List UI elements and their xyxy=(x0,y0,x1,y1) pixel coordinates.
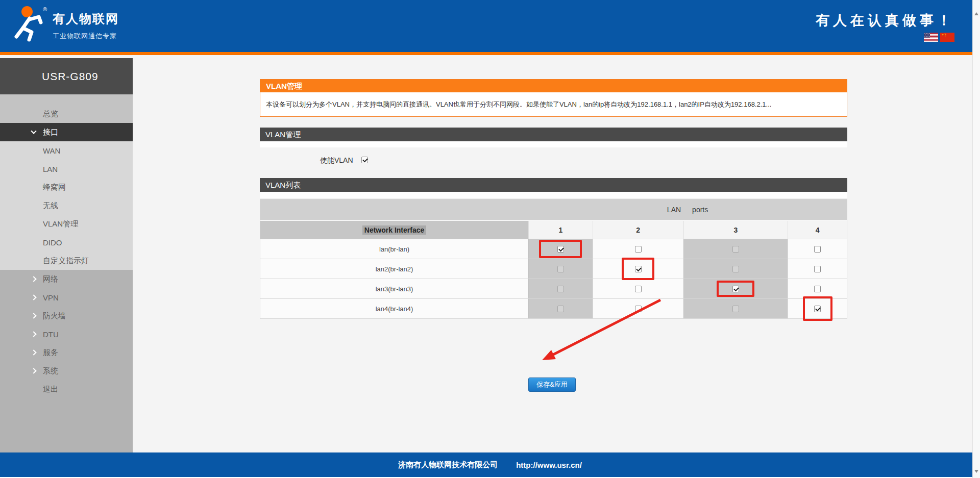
sidebar-item-label: VLAN管理 xyxy=(43,219,78,229)
lan-label: LAN xyxy=(667,206,681,214)
interface-name-cell: lan(br-lan) xyxy=(260,239,528,259)
sidebar-item-cellular[interactable]: 蜂窝网 xyxy=(0,178,133,196)
port-cell xyxy=(683,279,788,298)
port-cell xyxy=(593,259,683,279)
port-checkbox-lan-4[interactable] xyxy=(814,246,821,253)
port-cell xyxy=(528,279,593,298)
sidebar-item-overview[interactable]: 总览 xyxy=(0,105,133,123)
router-admin-page: ® 有人物联网 工业物联网通信专家 有人在认真做事！ xyxy=(0,0,980,478)
enable-vlan-checkbox[interactable] xyxy=(361,157,368,163)
main-area: VLAN管理 本设备可以划分为多个VLAN，并支持电脑间的直接通讯。VLAN也常… xyxy=(133,58,972,452)
sidebar-item-wan[interactable]: WAN xyxy=(0,141,133,160)
port-checkbox-lan4-1[interactable] xyxy=(557,306,564,312)
section-strip xyxy=(260,192,847,198)
scroll-down-icon[interactable] xyxy=(974,470,978,473)
sidebar-item-custom-led[interactable]: 自定义指示灯 xyxy=(0,251,133,270)
scroll-up-icon[interactable] xyxy=(974,12,978,15)
sidebar-item-firewall[interactable]: 防火墙 xyxy=(0,307,133,325)
table-row-lan2: lan2(br-lan2) xyxy=(260,259,847,279)
sidebar-item-label: 总览 xyxy=(43,109,58,119)
sidebar-item-label: LAN xyxy=(43,165,58,173)
port-checkbox-lan3-2[interactable] xyxy=(635,286,642,292)
chevron-down-icon xyxy=(31,128,36,134)
chevron-right-icon xyxy=(31,368,36,373)
vlan-list-section-bar: VLAN列表 xyxy=(260,178,847,192)
interface-name-cell: lan3(br-lan3) xyxy=(260,279,528,298)
brand-subtitle: 工业物联网通信专家 xyxy=(53,32,119,41)
content-column: VLAN管理 本设备可以划分为多个VLAN，并支持电脑间的直接通讯。VLAN也常… xyxy=(260,79,847,319)
port-checkbox-lan2-1[interactable] xyxy=(557,266,564,272)
sidebar-item-network[interactable]: 网络 xyxy=(0,270,133,288)
port-checkbox-lan-2[interactable] xyxy=(635,246,642,253)
page-scrollbar[interactable] xyxy=(972,0,980,478)
sidebar-item-dido[interactable]: DIDO xyxy=(0,233,133,251)
footer: 济南有人物联网技术有限公司 http://www.usr.cn/ xyxy=(0,452,980,477)
sidebar-section-selected: 接口 xyxy=(0,123,133,141)
sidebar-menu: 总览接口WANLAN蜂窝网无线VLAN管理DIDO自定义指示灯网络VPN防火墙D… xyxy=(0,94,133,452)
sidebar-item-label: 服务 xyxy=(43,348,58,358)
sidebar-item-label: 系统 xyxy=(43,366,58,376)
cn-flag-icon[interactable] xyxy=(940,33,954,42)
sidebar-item-label: 自定义指示灯 xyxy=(43,256,89,266)
slogan-text: 有人在认真做事！ xyxy=(816,11,954,30)
interface-name-cell: lan2(br-lan2) xyxy=(260,259,528,279)
usr-logo-icon: ® xyxy=(11,5,52,45)
sidebar-item-system[interactable]: 系统 xyxy=(0,362,133,380)
port-checkbox-lan4-3[interactable] xyxy=(732,306,739,312)
port-cell xyxy=(593,299,683,318)
sidebar-section-top: 总览 xyxy=(0,94,133,123)
port-cell xyxy=(788,239,847,259)
sidebar-item-logout[interactable]: 退出 xyxy=(0,380,133,398)
sidebar-item-label: 退出 xyxy=(43,385,58,394)
sidebar-item-interface[interactable]: 接口 xyxy=(0,123,133,141)
chevron-right-icon xyxy=(31,349,36,355)
sidebar-item-label: 防火墙 xyxy=(43,311,66,321)
us-flag-icon[interactable] xyxy=(924,33,938,42)
sidebar-item-vlan[interactable]: VLAN管理 xyxy=(0,215,133,233)
sidebar-item-lan[interactable]: LAN xyxy=(0,160,133,178)
vlan-manage-section-bar: VLAN管理 xyxy=(260,128,847,141)
chevron-right-icon xyxy=(31,331,36,337)
port-checkbox-lan3-4[interactable] xyxy=(814,286,821,292)
port-checkbox-lan2-3[interactable] xyxy=(732,266,739,272)
port-cell xyxy=(683,299,788,318)
sidebar: USR-G809 总览接口WANLAN蜂窝网无线VLAN管理DIDO自定义指示灯… xyxy=(0,58,133,452)
port-cell xyxy=(593,239,683,259)
port-checkbox-lan-1[interactable] xyxy=(557,246,564,253)
footer-company: 济南有人物联网技术有限公司 xyxy=(398,460,498,470)
vlan-table: LAN ports Network Interface 1234 lan(br-… xyxy=(260,199,847,319)
port-cell xyxy=(528,239,593,259)
save-apply-button[interactable]: 保存&应用 xyxy=(528,378,576,392)
port-checkbox-lan4-2[interactable] xyxy=(635,306,642,312)
sidebar-item-wireless[interactable]: 无线 xyxy=(0,196,133,215)
sidebar-item-label: 接口 xyxy=(43,128,58,137)
port-cell xyxy=(593,279,683,298)
sidebar-section-sub: WANLAN蜂窝网无线VLAN管理DIDO自定义指示灯 xyxy=(0,141,133,270)
chevron-right-icon xyxy=(31,294,36,300)
port-checkbox-lan3-3[interactable] xyxy=(732,286,739,292)
sidebar-item-service[interactable]: 服务 xyxy=(0,343,133,362)
top-header: ® 有人物联网 工业物联网通信专家 有人在认真做事！ xyxy=(0,0,980,55)
port-checkbox-lan4-4[interactable] xyxy=(814,306,821,312)
sidebar-item-dtu[interactable]: DTU xyxy=(0,325,133,343)
port-checkbox-lan2-4[interactable] xyxy=(814,266,821,272)
port-cell xyxy=(788,299,847,318)
interface-name-cell: lan4(br-lan4) xyxy=(260,299,528,318)
intro-description: 本设备可以划分为多个VLAN，并支持电脑间的直接通讯。VLAN也常用于分割不同网… xyxy=(260,92,847,116)
port-cell xyxy=(683,259,788,279)
intro-panel-title: VLAN管理 xyxy=(260,80,847,92)
section-strip xyxy=(260,141,847,147)
footer-url[interactable]: http://www.usr.cn/ xyxy=(516,461,582,469)
sidebar-item-label: VPN xyxy=(43,293,59,302)
vlan-intro-panel: VLAN管理 本设备可以划分为多个VLAN，并支持电脑间的直接通讯。VLAN也常… xyxy=(260,79,847,117)
sidebar-item-vpn[interactable]: VPN xyxy=(0,288,133,307)
port-cell xyxy=(788,279,847,298)
table-row-lan: lan(br-lan) xyxy=(260,239,847,259)
port-cell xyxy=(683,239,788,259)
port-header-row-wrap: Network Interface 1234 xyxy=(260,220,847,239)
port-checkbox-lan3-1[interactable] xyxy=(557,286,564,292)
port-checkbox-lan-3[interactable] xyxy=(732,246,739,253)
port-cell xyxy=(788,259,847,279)
port-checkbox-lan2-2[interactable] xyxy=(635,266,642,272)
port-cell xyxy=(528,259,593,279)
